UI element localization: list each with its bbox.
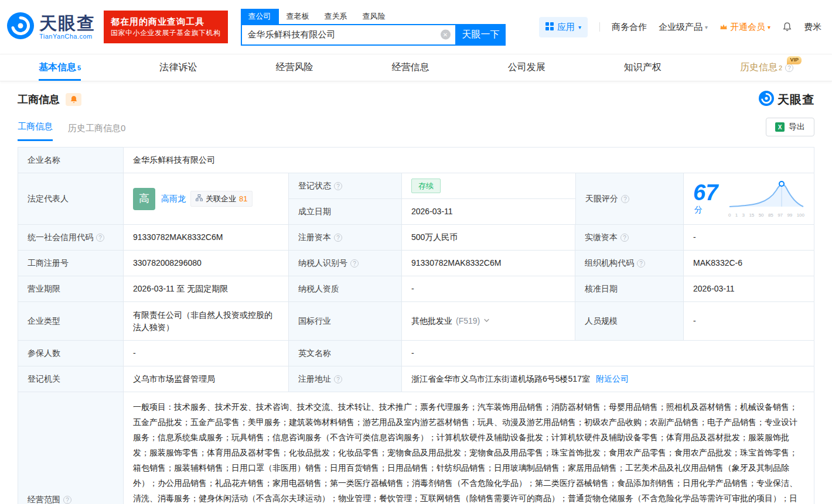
table-row: 统一社会信用代码 91330782MAK8332C6M 注册资本 500万人民币… [18, 225, 814, 251]
top-header: 天眼查 TianYanCha.com 都在用的商业查询工具 国家中小企业发展子基… [0, 0, 832, 54]
reg-status-cell: 存续 [402, 173, 575, 198]
enterprise-label: 企业级产品 [659, 22, 703, 33]
search-input[interactable] [241, 24, 456, 46]
promo-line2: 国家中小企业发展子基金旗下机构 [111, 28, 221, 38]
company-nav-tabs: 基本信息5 法律诉讼 经营风险 经营信息 公司发展 知识产权 历史信息2 VIP [0, 54, 832, 81]
industry-dropdown[interactable]: 其他批发业(F519) [411, 315, 490, 327]
menu-enterprise[interactable]: 企业级产品 ▾ [659, 22, 708, 33]
subtab-history-business-info[interactable]: 历史工商信息0 [68, 123, 125, 141]
export-label: 导出 [789, 122, 805, 132]
export-button[interactable]: X 导出 [766, 118, 814, 136]
promo-banner: 都在用的商业查询工具 国家中小企业发展子基金旗下机构 [104, 11, 228, 43]
help-icon[interactable] [63, 496, 71, 504]
search-tab-relation[interactable]: 查关系 [317, 9, 355, 24]
table-row: 企业名称 金华乐鲜科技有限公司 [18, 148, 814, 173]
tab-intellectual-property[interactable]: 知识产权 [624, 54, 661, 81]
english-name-label: 英文名称 [289, 341, 402, 366]
chevron-down-icon: ▾ [768, 24, 770, 30]
reg-authority-value: 义乌市市场监督管理局 [124, 366, 289, 392]
business-scope-label: 经营范围 [18, 392, 124, 504]
company-type-label: 企业类型 [18, 302, 124, 340]
help-icon[interactable] [621, 195, 629, 203]
reg-authority-label: 登记机关 [18, 366, 124, 392]
reg-number-label: 工商注册号 [18, 251, 124, 276]
help-icon[interactable] [785, 64, 793, 72]
reg-number-value: 330782008296080 [124, 251, 289, 276]
insured-count-label: 参保人数 [18, 341, 124, 366]
subtab-business-info[interactable]: 工商信息 [18, 121, 53, 141]
tab-label: 公司发展 [508, 61, 545, 74]
search-area: 查公司 查老板 查关系 查风险 ✕ 天眼一下 [241, 9, 506, 46]
status-badge: 存续 [411, 179, 441, 194]
menu-cooperation[interactable]: 商务合作 [612, 22, 647, 33]
table-row: 工商注册号 330782008296080 纳税人识别号 91330782MAK… [18, 251, 814, 276]
help-icon[interactable] [334, 234, 342, 242]
brand-domain: TianYanCha.com [39, 33, 96, 40]
notification-bell[interactable] [782, 22, 792, 32]
section-title: 工商信息 [18, 92, 60, 107]
tab-legal-litigation[interactable]: 法律诉讼 [159, 54, 197, 81]
industry-code: (F519) [456, 315, 480, 327]
industry-value: 其他批发业 [411, 315, 452, 327]
score-value: 67 [693, 180, 718, 205]
search-tab-risk[interactable]: 查风险 [355, 9, 393, 24]
help-icon[interactable] [620, 234, 629, 242]
related-companies-label: 关联企业 [206, 193, 236, 205]
crown-icon [720, 22, 728, 32]
tab-company-development[interactable]: 公司发展 [508, 54, 545, 81]
reg-capital-value: 500万人民币 [402, 225, 575, 250]
subscribe-bell-icon[interactable] [66, 93, 81, 106]
help-icon[interactable] [334, 182, 342, 190]
help-icon[interactable] [96, 234, 104, 242]
establish-date-label: 成立日期 [289, 199, 402, 224]
reg-status-label: 登记状态 [289, 173, 402, 198]
legal-rep-cell: 高 高雨龙 关联企业 81 [124, 173, 289, 224]
help-icon[interactable] [334, 375, 342, 383]
reg-address-label: 注册地址 [289, 366, 402, 392]
user-name[interactable]: 费米 [804, 22, 821, 33]
tab-operating-risk[interactable]: 经营风险 [275, 54, 313, 81]
label-text: 注册地址 [298, 373, 331, 385]
help-icon[interactable] [637, 259, 645, 268]
tab-operating-info[interactable]: 经营信息 [392, 54, 429, 81]
industry-label: 国标行业 [289, 302, 402, 340]
help-icon[interactable] [350, 259, 359, 268]
credit-code-label: 统一社会信用代码 [18, 225, 124, 250]
taxpayer-quality-value: - [402, 276, 575, 301]
score-unit: 分 [694, 205, 703, 214]
reg-capital-label: 注册资本 [289, 225, 402, 250]
table-row: 营业期限 2026-03-11 至 无固定期限 纳税人资质 - 核准日期 202… [18, 276, 814, 302]
tianyancha-logo[interactable]: 天眼查 TianYanCha.com [7, 12, 96, 42]
score-ticks: 0131550859799100 [728, 212, 804, 219]
tab-basic-info[interactable]: 基本信息5 [39, 54, 81, 81]
table-row: 登记机关 义乌市市场监督管理局 注册地址 浙江省金华市义乌市江东街道机场路6号5… [18, 366, 814, 392]
tab-history-info[interactable]: 历史信息2 VIP [740, 54, 793, 81]
label-text: 经营范围 [28, 493, 60, 504]
brand-name: 天眼查 [39, 14, 96, 33]
search-tab-boss[interactable]: 查老板 [279, 9, 317, 24]
label-text: 组织机构代码 [585, 257, 634, 269]
tab-label: 基本信息 [39, 61, 76, 74]
menu-open-vip[interactable]: 开通会员 ▾ [720, 22, 770, 33]
industry-cell: 其他批发业(F519) [402, 302, 575, 340]
table-row: 参保人数 - 英文名称 - [18, 341, 814, 366]
label-text: 登记状态 [298, 180, 331, 192]
header-menu: 应用 ▾ 商务合作 企业级产品 ▾ 开通会员 ▾ 费米 [539, 17, 821, 37]
grid-icon [545, 22, 554, 32]
tab-label: 历史信息 [740, 61, 778, 74]
org-chart-icon [196, 193, 203, 205]
score-cell[interactable]: 67分 0131550859799100 [684, 173, 814, 224]
search-button[interactable]: 天眼一下 [456, 24, 506, 46]
clear-search-icon[interactable]: ✕ [441, 30, 451, 40]
related-companies-chip[interactable]: 关联企业 81 [190, 191, 253, 207]
watermark-text: 天眼查 [778, 92, 814, 108]
legal-rep-name[interactable]: 高雨龙 [161, 193, 186, 205]
apps-menu[interactable]: 应用 ▾ [539, 17, 588, 37]
nearby-companies-link[interactable]: 附近公司 [596, 373, 629, 385]
reg-address-cell: 浙江省金华市义乌市江东街道机场路6号5楼517室 附近公司 [402, 366, 814, 392]
legal-rep-avatar[interactable]: 高 [133, 188, 155, 210]
company-name-label: 企业名称 [18, 148, 124, 173]
approval-date-value: 2026-03-11 [684, 276, 814, 301]
business-term-label: 营业期限 [18, 276, 124, 301]
search-tab-company[interactable]: 查公司 [241, 9, 279, 24]
